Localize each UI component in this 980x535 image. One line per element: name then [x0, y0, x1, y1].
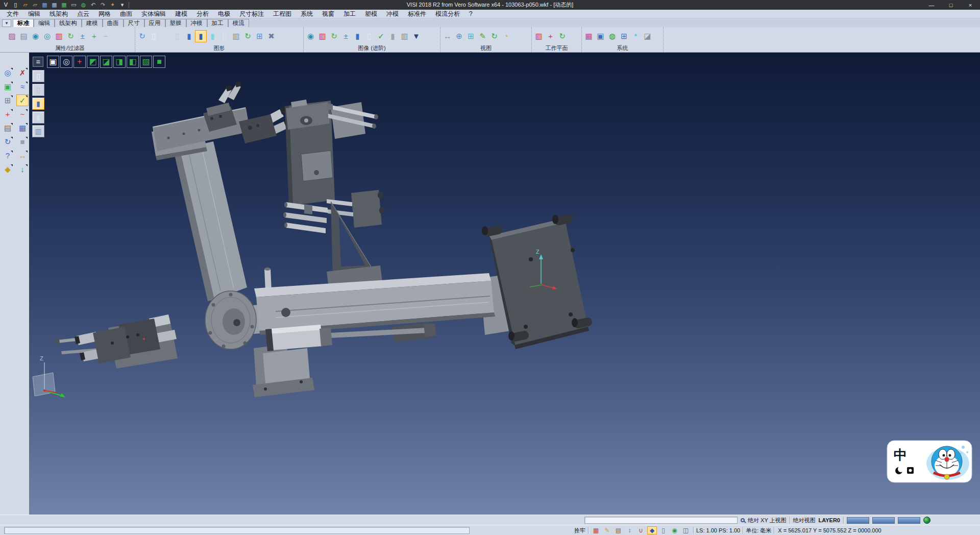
transparent-cylinder-icon[interactable]: ▮	[207, 30, 218, 42]
cube-bottom-shaded-icon[interactable]: ◪	[100, 56, 112, 68]
split-view-icon[interactable]: ◫	[681, 526, 691, 534]
workplane-rotate-icon[interactable]: ↻	[556, 30, 568, 42]
menu-item[interactable]: 工程图	[268, 10, 296, 18]
info-toggle-icon[interactable]: ↕	[625, 526, 634, 534]
print-icon[interactable]: ▭	[69, 1, 78, 9]
security-icon[interactable]: ✦	[108, 1, 117, 9]
model-flange-disc[interactable]	[205, 291, 256, 349]
hide-all-icon[interactable]: −	[100, 30, 112, 42]
wireframe-cylinder-icon[interactable]: ▯	[148, 30, 160, 42]
active-layer-indicator[interactable]: LAYER0	[819, 517, 840, 523]
toggle-entities-icon[interactable]: ±	[340, 30, 352, 42]
menu-item[interactable]: 系统	[296, 10, 317, 18]
menu-item[interactable]: 编辑	[23, 10, 45, 18]
validate-icon[interactable]: ✓	[16, 94, 29, 106]
toolbar-tab[interactable]: 编辑	[34, 19, 55, 27]
print-preview-icon[interactable]: ◍	[79, 1, 88, 9]
zoom-dynamic-icon[interactable]: ◎	[2, 67, 14, 79]
menu-item[interactable]: 冲模	[382, 10, 403, 18]
dynamic-zoom-icon[interactable]: ⊕	[453, 30, 465, 42]
color-palette-grid-icon[interactable]: ▦	[583, 30, 595, 42]
cylinder-toggle-icon[interactable]: ▯	[658, 526, 668, 534]
minimize-button[interactable]: —	[922, 0, 941, 10]
solid-cylinder-icon[interactable]: ▮	[183, 30, 195, 42]
menu-item[interactable]: 曲面	[115, 10, 137, 18]
help-icon[interactable]: ?	[2, 150, 14, 161]
magnet-snap-icon[interactable]: ∪	[636, 526, 646, 534]
grid-snap-icon[interactable]: ⊞	[465, 30, 477, 42]
hidden-line-mode-icon[interactable]: ▯	[32, 84, 44, 96]
hidden-line-cylinder-icon[interactable]: ▯	[160, 30, 172, 42]
menu-item[interactable]: 模流分析	[431, 10, 464, 18]
ghost-cylinder-icon[interactable]: ▯	[218, 30, 230, 42]
show-all-icon[interactable]: +	[88, 30, 100, 42]
eye-toggle-visibility-icon[interactable]: ±	[77, 30, 88, 42]
menu-item[interactable]: 电极	[213, 10, 235, 18]
cube-right-shaded-icon[interactable]: ◨	[113, 56, 126, 68]
measure-sketch-icon[interactable]: ✎	[477, 30, 488, 42]
world-globe-icon[interactable]	[923, 517, 930, 524]
world-globe-icon[interactable]: ◍	[606, 30, 618, 42]
menu-item[interactable]: 建模	[170, 10, 192, 18]
repaint-attributes-icon[interactable]: ▨	[6, 30, 18, 42]
ime-lang-indicator[interactable]: 中	[894, 447, 907, 463]
cube-left-shaded-icon[interactable]: ◧	[127, 56, 139, 68]
tab-overflow-button[interactable]: ▼	[2, 19, 11, 27]
menu-item[interactable]: 视窗	[317, 10, 339, 18]
dynamic-pan-icon[interactable]: ↔	[442, 30, 453, 42]
workplane-filter-icon[interactable]: ▥	[533, 30, 545, 42]
toolbar-tab[interactable]: 尺寸	[124, 19, 144, 27]
toolbar-tab[interactable]: 塑膜	[165, 19, 186, 27]
undo-icon[interactable]: ↶	[89, 1, 97, 9]
zoom-window-icon[interactable]: ▣	[47, 56, 59, 68]
menu-item[interactable]: 网格	[94, 10, 115, 18]
ime-language-widget[interactable]: 中	[887, 440, 972, 483]
selection-filter-traffic-icon[interactable]: ▥	[53, 30, 65, 42]
solid-cube-icon[interactable]: ■	[16, 136, 29, 148]
attributes-palette-icon[interactable]: ▤	[2, 122, 14, 134]
display-settings-icon[interactable]: ▣	[595, 30, 606, 42]
wireframe-mode-icon[interactable]: ▯	[32, 70, 44, 82]
view-reference-indicator[interactable]: 绝对视图	[793, 517, 816, 524]
menu-item[interactable]: 分析	[192, 10, 213, 18]
erase-icon[interactable]: ✗	[16, 67, 29, 79]
layer-color-swatch[interactable]	[847, 517, 869, 524]
snap-toggle[interactable]: 拴牢	[574, 527, 585, 534]
layers-window-icon[interactable]: ▦	[16, 122, 29, 134]
menu-item[interactable]: 点云	[72, 10, 94, 18]
toolbar-tab[interactable]: 线架构	[55, 19, 82, 27]
search-input[interactable]	[585, 517, 737, 523]
cube-solid-icon[interactable]: ■	[153, 56, 165, 68]
axes-view-icon[interactable]: +	[74, 56, 86, 68]
annotation-toggle-icon[interactable]: ✎	[602, 526, 612, 534]
search-icon[interactable]	[741, 518, 745, 522]
hatched-cylinder-icon[interactable]: ▥	[230, 30, 242, 42]
line-color-swatch[interactable]	[872, 517, 895, 524]
orbit-toggle-icon[interactable]: ◉	[670, 526, 679, 534]
graphics-settings-icon[interactable]: ✖	[265, 30, 277, 42]
eye-add-selection-icon[interactable]: ◉	[30, 30, 41, 42]
ucs-axes-icon[interactable]: +	[2, 108, 14, 120]
copy-graphics-icon[interactable]: ⊞	[254, 30, 265, 42]
toolbar-tab[interactable]: 加工	[207, 19, 228, 27]
refresh-view-icon[interactable]: ↻	[328, 30, 340, 42]
shaded-cylinder-icon[interactable]: ▮	[195, 30, 207, 42]
advanced-filter-traffic-icon[interactable]: ▥	[316, 30, 328, 42]
workplane-axes-icon[interactable]: +	[545, 30, 556, 42]
dynamic-eye-icon[interactable]: ◉	[305, 30, 316, 42]
slanted-plane-icon[interactable]: ◪	[642, 30, 653, 42]
view-mode-indicator[interactable]: 绝对 XY 上视图	[748, 517, 787, 524]
edit-curve-icon[interactable]: ~	[16, 108, 29, 120]
menu-item[interactable]: 塑模	[360, 10, 382, 18]
view-face-icon[interactable]: ◔	[500, 30, 512, 42]
entity-color-swatch[interactable]	[898, 517, 920, 524]
regenerate-icon[interactable]: ↻	[2, 136, 14, 148]
toolbar-tab[interactable]: 建模	[82, 19, 103, 27]
eye-refresh-icon[interactable]: ↻	[65, 30, 77, 42]
table-grid-icon[interactable]: ⊞	[618, 30, 630, 42]
outline-cylinder-icon[interactable]: ▯	[172, 30, 183, 42]
save-icon[interactable]: ▦	[40, 1, 49, 9]
save-as-icon[interactable]: ▦	[50, 1, 59, 9]
bar-cylinder-icon[interactable]: ▮	[352, 30, 363, 42]
validate-cylinder-icon[interactable]: ✓	[375, 30, 387, 42]
